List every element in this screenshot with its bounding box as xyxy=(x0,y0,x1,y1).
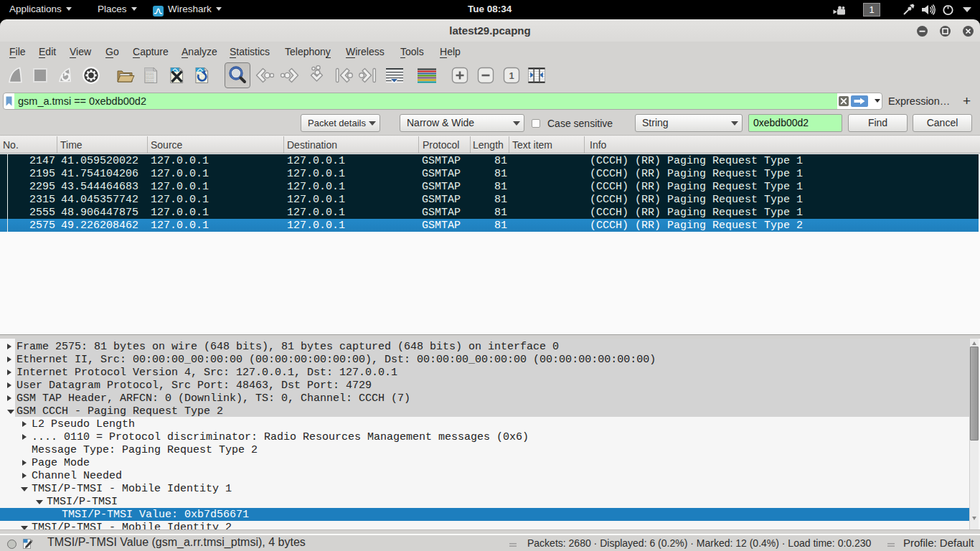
svg-text:0111: 0111 xyxy=(146,80,154,83)
svg-text:1: 1 xyxy=(509,70,514,81)
